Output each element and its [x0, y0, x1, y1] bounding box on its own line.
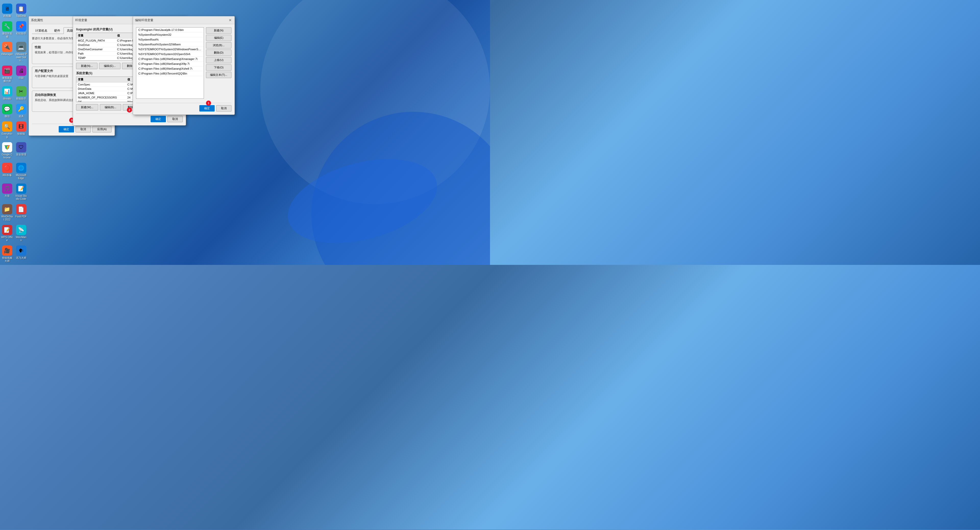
- sidebar-item-everything[interactable]: 🔍 EverythIng: [0, 120, 14, 140]
- sysprop-cancel-button[interactable]: 取消: [76, 126, 91, 132]
- envvar-cancel-button[interactable]: 取消: [167, 116, 183, 122]
- sidebar-item-wechatdev[interactable]: 🔧 微信开发者: [0, 20, 14, 40]
- envvar-ok-button[interactable]: 确定: [151, 116, 166, 122]
- windirstat-icon: 📁: [2, 204, 12, 214]
- sysprop-ok-button[interactable]: 确定: [59, 126, 74, 132]
- editenv-badge: 1: [206, 100, 211, 106]
- sidebar-item-vscode[interactable]: 📝 Visual Studio Code: [14, 182, 28, 202]
- sidebar-item-baidu-input[interactable]: ⌨ 百度输入法: [14, 264, 28, 265]
- dingding-icon: 📌: [16, 21, 26, 31]
- sidebar-item-360[interactable]: 🔴 360杀毒: [0, 161, 14, 181]
- windirstat-label: WinDirStat 2022: [1, 215, 13, 221]
- list-item[interactable]: %SystemRoot%\system32: [136, 32, 204, 37]
- editenv-close-button[interactable]: ✕: [228, 18, 232, 22]
- dinvalo-label: dinvalo: [3, 97, 11, 100]
- sidebar-item-clip[interactable]: ✂ 剪辑助手: [14, 85, 28, 102]
- 360-label: 360杀毒: [2, 174, 12, 177]
- tab-hardware[interactable]: 硬件: [51, 27, 64, 34]
- sidebar-item-weicmann[interactable]: 📡 WeicMann: [14, 223, 28, 244]
- sidebar-item-dinvalo[interactable]: 📊 dinvalo: [0, 85, 14, 102]
- sidebar-item-dingding[interactable]: 📌 钉钉助手: [14, 20, 28, 40]
- editenv-delete-button[interactable]: 删除(D): [206, 49, 231, 56]
- sidebar-item-dao[interactable]: 🔑 道具: [14, 102, 28, 119]
- dao-icon: 🔑: [16, 104, 26, 114]
- kuaijianj-icon: 🎞: [16, 121, 26, 132]
- vmware-icon: 💻: [16, 42, 26, 52]
- tab-computer-name[interactable]: 计算机名: [32, 27, 51, 34]
- sidebar-item-foxit[interactable]: 📄 Foxit PDF: [14, 203, 28, 223]
- xunfei-label: 讯飞大师: [16, 256, 26, 259]
- dingding-label: 钉钉助手: [16, 32, 26, 35]
- sidebar-item-windirstat[interactable]: 📁 WinDirStat 2022: [0, 203, 14, 223]
- list-item[interactable]: C:\Program Files (x86)\Tencent\QQ\Bin: [136, 71, 204, 76]
- sidebar-item-vmware[interactable]: 💻 VMware Power Solu...: [14, 40, 28, 64]
- foxit-icon: 📄: [16, 204, 26, 214]
- editenv-moveup-button[interactable]: 上移(U): [206, 57, 231, 63]
- wechatdev-label: 微信开发者: [1, 32, 13, 38]
- editenv-content: C:\Program Files\Java\jdk-17.0.5\bin%Sys…: [133, 24, 234, 115]
- editenv-edit-button[interactable]: 编辑(E): [206, 35, 231, 41]
- sidebar-item-edge[interactable]: 🌐 Microsoft Edge: [14, 161, 28, 181]
- sidebar-item-security[interactable]: 🛡 安全管理: [14, 141, 28, 161]
- pc-label: 此电脑: [3, 14, 11, 18]
- list-item[interactable]: C:\Program Files (x86)\NetSarang\Xftp 7\: [136, 62, 204, 66]
- sysprop-apply-button[interactable]: 应用(A): [92, 126, 111, 132]
- dinvalo-icon: 📊: [2, 86, 12, 97]
- sysprop-title: 系统属性: [31, 18, 43, 22]
- editenv-ok-button[interactable]: 确定: [199, 105, 215, 111]
- envvar-buttons: 2 确定 取消: [76, 113, 183, 122]
- sys-new-button[interactable]: 新建(W)...: [76, 104, 98, 110]
- user-edit-button[interactable]: 编辑(E)...: [99, 63, 121, 69]
- desktop-icons: 🖥 此电脑 📋 TopDesk 🔧 微信开发者 📌 钉钉助手 🔌 XManage…: [0, 0, 28, 265]
- wechat-icon: 💬: [2, 104, 12, 114]
- sidebar-item-xunfei[interactable]: 🗣 讯飞大师: [14, 244, 28, 264]
- jianji-icon: 🎥: [2, 245, 12, 256]
- sidebar-item-xmanager[interactable]: 🔌 XManager: [0, 40, 14, 64]
- list-item[interactable]: C:\Program Files (x86)\NetSarang\Xmanage…: [136, 57, 204, 62]
- editenv-movedown-button[interactable]: 下移(O): [206, 64, 231, 71]
- list-item[interactable]: C:\Program Files (x86)\NetSarang\Xshell …: [136, 66, 204, 71]
- wps-label: WPS Office: [1, 236, 13, 242]
- print-label: 印刷: [19, 76, 24, 80]
- sidebar-item-wechat[interactable]: 💬 微信: [0, 102, 14, 119]
- video-icon: 🎬: [2, 65, 12, 76]
- sidebar-item-video[interactable]: 🎬 微视频直播大师: [0, 64, 14, 84]
- sidebar-item-topdesk[interactable]: 📋 TopDesk: [14, 2, 28, 19]
- fangyin-icon: 🎵: [2, 183, 12, 194]
- sidebar-item-wps[interactable]: 📝 WPS Office: [0, 223, 14, 244]
- chrome-icon: [2, 142, 12, 152]
- video-label: 微视频直播大师: [1, 76, 13, 83]
- var-col-header: 变量: [76, 33, 116, 38]
- 360-icon: 🔴: [2, 163, 12, 173]
- list-item[interactable]: C:\Program Files\Java\jdk-17.0.5\bin: [136, 27, 204, 32]
- sidebar-item-potplayer[interactable]: ▶ PotPlayer 64 bit: [0, 264, 14, 265]
- sidebar-item-print[interactable]: 🖨 印刷: [14, 64, 28, 84]
- list-item[interactable]: %SystemRoot%: [136, 37, 204, 42]
- dao-label: 道具: [19, 115, 24, 118]
- editenv-new-button[interactable]: 新建(N): [206, 27, 231, 34]
- list-item[interactable]: %SystemRoot%\System32\Wbem: [136, 42, 204, 47]
- pc-icon: 🖥: [2, 3, 12, 14]
- wechat-label: 微信: [5, 115, 10, 118]
- vscode-icon: 📝: [16, 183, 26, 194]
- editenv-title: 编辑环境变量: [135, 18, 153, 22]
- user-new-button[interactable]: 新建(N)...: [76, 63, 97, 69]
- editenv-browse-button[interactable]: 浏览(B)...: [206, 42, 231, 48]
- editenv-edittext-button[interactable]: 编辑文本(T)...: [206, 72, 231, 78]
- editenv-list[interactable]: C:\Program Files\Java\jdk-17.0.5\bin%Sys…: [136, 27, 204, 99]
- sidebar-item-fangyin[interactable]: 🎵 方音: [0, 182, 14, 202]
- editenv-window: 编辑环境变量 ✕ C:\Program Files\Java\jdk-17.0.…: [133, 16, 235, 115]
- sidebar-item-jianji[interactable]: 🎥 剪辑视频大师: [0, 244, 14, 264]
- list-item[interactable]: %SYSTEMROOT%\System32\WindowsPowerShell\…: [136, 47, 204, 52]
- edge-label: Microsoft Edge: [15, 174, 27, 180]
- print-icon: 🖨: [16, 65, 26, 76]
- fangyin-label: 方音: [5, 194, 10, 197]
- editenv-cancel-button[interactable]: 取消: [216, 105, 231, 111]
- sidebar-item-kuaijianj[interactable]: 🎞 快剪辑: [14, 120, 28, 140]
- sys-edit-button[interactable]: 编辑(B)...: [100, 104, 121, 110]
- wps-icon: 📝: [2, 225, 12, 235]
- sidebar-item-chrome[interactable]: Google Chrome: [0, 141, 14, 161]
- xmanager-label: XManager: [1, 53, 13, 56]
- list-item[interactable]: %SYSTEMROOT%\System32\OpenSSH\: [136, 52, 204, 57]
- sidebar-item-pc[interactable]: 🖥 此电脑: [0, 2, 14, 19]
